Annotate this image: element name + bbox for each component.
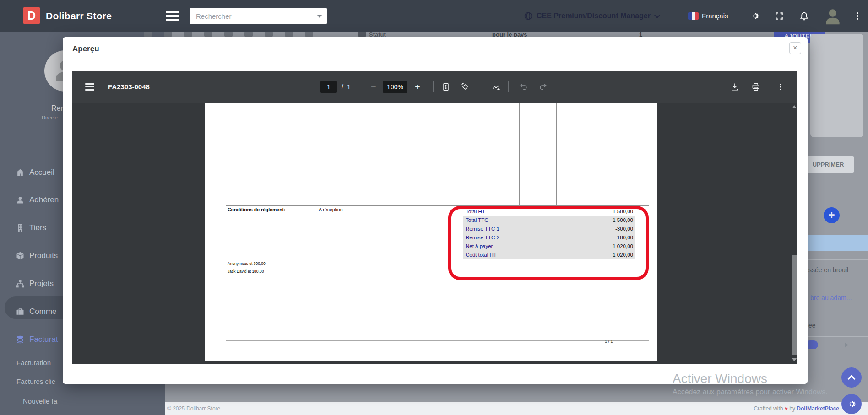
fullscreen-icon [775, 11, 784, 21]
download-button[interactable] [730, 71, 739, 103]
activate-windows-subtitle: Accédez aux paramètres pour activer Wind… [673, 388, 828, 396]
fit-page-icon [441, 82, 450, 92]
list-item[interactable]: ée [808, 322, 816, 329]
zoom-out-button[interactable]: − [371, 71, 376, 103]
redo-button[interactable] [538, 71, 548, 103]
application-window: D Dolibarr Store CEE Premium/Discount Ma… [0, 0, 868, 415]
toolbar-icon [164, 32, 172, 37]
sidebar-subitem-nouvelle-facture[interactable]: Nouvelle fa [0, 394, 165, 408]
page-separator: / [342, 71, 343, 103]
fullscreen-button[interactable] [775, 0, 784, 32]
module-switcher[interactable]: CEE Premium/Discount Manager [524, 0, 659, 32]
toolbar-icon [224, 32, 233, 37]
toolbar-icon [184, 32, 192, 37]
heart-icon: ♥ [785, 405, 788, 412]
undo-icon [519, 82, 528, 92]
table-line [484, 103, 484, 205]
discount-note: Jack David et 180,00 [228, 269, 264, 274]
print-button[interactable] [751, 71, 760, 103]
search-caret-icon[interactable] [317, 15, 322, 18]
crafted-by-text: Crafted with ♥ by DoliMarketPlace [754, 402, 839, 415]
member-icon [16, 195, 25, 205]
zoom-in-button[interactable]: + [415, 71, 420, 103]
sidebar-item-label: Projets [29, 279, 54, 288]
modal-title: Aperçu [72, 44, 99, 54]
close-button[interactable]: ✕ [789, 42, 801, 54]
undo-button[interactable] [519, 71, 528, 103]
coins-icon [16, 335, 25, 344]
kebab-menu-icon [776, 83, 785, 91]
invoice-page: Conditions de règlement: A réception Tot… [205, 103, 657, 361]
person-icon [823, 6, 843, 26]
row-divider [808, 309, 868, 309]
table-line [519, 103, 520, 205]
gear-icon [846, 399, 857, 409]
pagination-next-icon[interactable] [845, 342, 848, 348]
sidebar-item-label: Tiers [29, 223, 46, 232]
ink-pen-icon [492, 82, 502, 92]
zoom-level-input[interactable]: 100% [383, 81, 407, 93]
home-icon [16, 168, 25, 177]
table-line [556, 103, 557, 205]
annotate-button[interactable] [492, 71, 502, 103]
sidebar-item-label: Adhéren [29, 195, 59, 205]
overflow-menu-button[interactable] [857, 0, 858, 32]
rotate-button[interactable] [461, 71, 470, 103]
list-item[interactable]: bre au adam... [810, 294, 852, 302]
apercu-modal: Aperçu ✕ FA2303-0048 1 / 1 − 100% + [63, 37, 808, 384]
pdf-scrollbar[interactable] [791, 103, 797, 364]
gear-icon [750, 11, 760, 21]
search-input[interactable] [190, 8, 327, 24]
language-selector[interactable]: Français [702, 0, 728, 32]
settings-fab-button[interactable] [841, 394, 862, 414]
selected-list-row[interactable] [808, 235, 868, 251]
sidebar-item-label: Facturat [29, 335, 58, 344]
pdf-toolbar: FA2303-0048 1 / 1 − 100% + [72, 71, 797, 103]
menu-toggle-icon[interactable] [166, 11, 179, 21]
copyright-text: © 2025 Dolibarr Store [167, 402, 220, 415]
brand-title: Dolibarr Store [46, 0, 112, 32]
download-icon [730, 82, 739, 92]
pdf-overflow-menu-button[interactable] [776, 71, 785, 103]
sidebar-item-label: Accueil [29, 168, 54, 177]
fit-to-page-button[interactable] [441, 71, 450, 103]
dolimarketplace-link[interactable]: DoliMarketPlace [797, 405, 839, 412]
app-logo[interactable]: D [23, 7, 40, 24]
scroll-up-icon[interactable] [792, 105, 797, 108]
add-circle-button[interactable]: + [824, 207, 840, 223]
module-switcher-label: CEE Premium/Discount Manager [537, 12, 651, 20]
red-highlight-annotation [448, 206, 649, 280]
supprimer-button[interactable]: UPPRIMER [802, 156, 854, 173]
bell-icon [799, 11, 809, 21]
list-item[interactable]: ssée en brouil [808, 266, 848, 274]
toolbar-icon [144, 32, 152, 37]
discount-note: Anonymous et 300,00 [228, 261, 266, 266]
row-divider [808, 336, 868, 337]
divider [63, 63, 808, 63]
toolbar-separator [508, 81, 509, 92]
global-search [190, 8, 327, 24]
page-footer: © 2025 Dolibarr Store Crafted with ♥ by … [165, 402, 868, 415]
pdf-canvas: Conditions de règlement: A réception Tot… [72, 103, 797, 364]
language-flag-icon[interactable] [688, 12, 699, 20]
notifications-button[interactable] [799, 0, 809, 32]
scroll-down-icon[interactable] [792, 358, 797, 361]
scrollbar-thumb[interactable] [792, 255, 797, 355]
table-line [649, 103, 649, 205]
rotate-icon [461, 82, 470, 92]
chevron-down-icon [654, 12, 660, 18]
sidebar-item-label: Comme [29, 307, 57, 316]
pdf-viewer: FA2303-0048 1 / 1 − 100% + [72, 71, 797, 364]
page-number-input[interactable]: 1 [320, 81, 337, 93]
scroll-to-top-button[interactable] [841, 367, 862, 388]
activate-windows-watermark: Activer Windows [673, 372, 767, 386]
sitemap-icon [16, 279, 25, 288]
toolbar-separator [361, 81, 361, 92]
background-panel [810, 34, 863, 137]
pdf-page-indicator: 1 / 1 [605, 339, 613, 344]
pdf-sidebar-toggle[interactable] [85, 83, 94, 92]
print-icon [751, 82, 760, 92]
globe-icon [524, 11, 533, 21]
user-avatar[interactable] [823, 0, 843, 32]
settings-button[interactable] [750, 0, 760, 32]
